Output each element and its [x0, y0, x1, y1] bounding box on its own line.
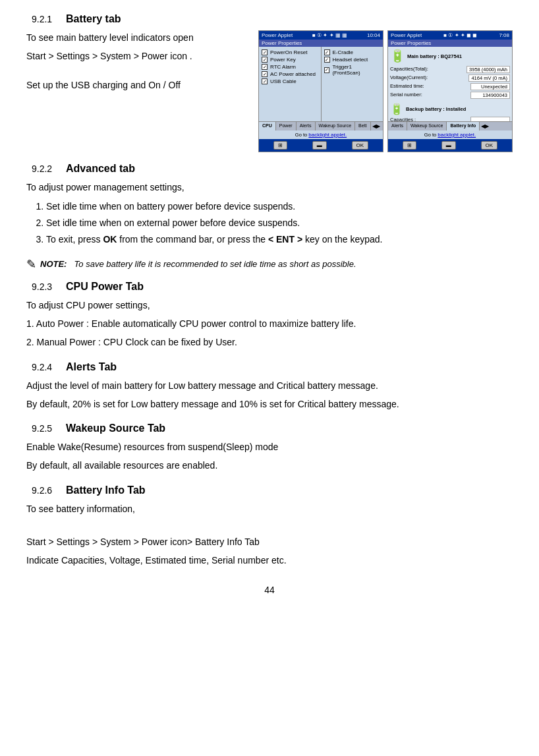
field-capacities-val: 3958 (4000) mAh — [467, 66, 510, 73]
backlight-link-right: backlight applet. — [438, 132, 476, 138]
tab-battinfo-r: Battery Info — [447, 122, 480, 131]
list-item-2: Set idle time when on external power bef… — [46, 215, 513, 231]
list-item-1: Set idle time when on battery power befo… — [46, 198, 513, 215]
screenshot-right-body: 🔋 Main battery : BQ27541 Capacities(Tota… — [388, 47, 512, 121]
section-number-9-2-3: 9.2.3 — [26, 281, 66, 292]
screenshot-right-footer: ⊞ ▬ OK — [388, 139, 512, 152]
battery-icon-backup: 🔋 — [390, 103, 403, 115]
ent-key-label: < ENT > — [268, 234, 302, 245]
checkbox-trigger — [324, 67, 330, 73]
checkbox-headset-label: Headset detect — [333, 57, 368, 63]
backlight-link-left: backlight applet. — [308, 132, 347, 138]
screenshot-right-title: Power Applet — [391, 32, 422, 38]
section-9-2-2: 9.2.2 Advanced tab To adjust power manag… — [26, 163, 513, 270]
screenshot-left-row-3: AC Power attached — [262, 71, 318, 77]
section-number-9-2-6: 9.2.6 — [26, 485, 66, 496]
note-text: To save battery life it is recommended t… — [69, 259, 356, 269]
screenshot-left: Power Applet ■ ① ✦ ✦ ▦ ▦ 10:04 Power Pro… — [258, 30, 383, 152]
screenshot-right-titlebar: Power Applet ■ ① ✦ ✦ ◼ ◼ 7:08 — [388, 31, 512, 40]
tab-cpu: CPU — [259, 122, 276, 131]
section-9-2-6-p2: Indicate Capacities, Voltage, Estimated … — [26, 553, 513, 569]
checkbox-trigger-label: Trigger1 (FrontScan) — [332, 64, 380, 76]
backup-battery-row: 🔋 Backup battery : Installed — [390, 103, 510, 115]
section-number-9-2-4: 9.2.4 — [26, 362, 66, 372]
checkbox-poweron — [262, 49, 268, 55]
screenshot-left-tabs: CPU Power Alerts Wakeup Source Bett ◀▶ — [259, 121, 383, 131]
checkbox-poweron-label: PowerOn Reset — [270, 49, 307, 55]
screenshot-left-r-row-1: Headset detect — [324, 57, 381, 63]
checkbox-ac-label: AC Power attached — [270, 71, 316, 77]
screenshot-right-backlight: Go to backlight applet. — [388, 131, 512, 139]
section-9-2-1: 9.2.1 Battery tab To see main battery le… — [26, 13, 513, 152]
field-serial-label: Serial number: — [390, 92, 422, 99]
screenshot-left-r-row-2: Trigger1 (FrontScan) — [324, 64, 381, 76]
section-number-9-2-5: 9.2.5 — [26, 423, 66, 434]
tab-batt: Bett — [355, 122, 370, 131]
section-9-2-1-text: To see main battery level indicators ope… — [26, 30, 252, 152]
screenshots-area: Power Applet ■ ① ✦ ✦ ▦ ▦ 10:04 Power Pro… — [258, 30, 513, 152]
field-voltage: Voltage(Current): 4164 mV (0 mA) — [390, 74, 510, 82]
checkbox-ac — [262, 71, 268, 77]
main-battery-row: 🔋 Main battery : BQ27541 — [390, 49, 510, 63]
checkbox-usb — [262, 78, 268, 84]
screenshot-left-time: 10:04 — [367, 32, 380, 38]
footer-btn-ok-left: ▬ — [312, 141, 327, 150]
checkbox-rtc-label: RTC Alarm — [270, 64, 296, 70]
checkbox-headset — [324, 57, 330, 63]
section-title-9-2-3: CPU Power Tab — [66, 281, 144, 293]
checkbox-rtc — [262, 64, 268, 70]
checkbox-powerkey-label: Power Key — [270, 57, 296, 63]
screenshot-right-subtitle: Power Properties — [388, 40, 512, 47]
section-9-2-4-p0: Adjust the level of main battery for Low… — [26, 378, 513, 394]
footer-btn-ok2-right: OK — [481, 141, 498, 150]
checkbox-ecradle — [324, 49, 330, 55]
section-9-2-5-p1: By default, all available resources are … — [26, 458, 513, 474]
screenshot-left-right-panel: E-Cradle Headset detect Trigger1 (FrontS… — [321, 47, 383, 121]
page-number: 44 — [26, 585, 513, 595]
section-9-2-5: 9.2.5 Wakeup Source Tab Enable Wake(Resu… — [26, 422, 513, 474]
field-voltage-label: Voltage(Current): — [390, 74, 428, 82]
section-9-2-3: 9.2.3 CPU Power Tab To adjust CPU power … — [26, 281, 513, 350]
body-text-3: Set up the USB charging and On / Off — [26, 78, 252, 94]
section-number-9-2-1: 9.2.1 — [26, 14, 66, 24]
checkbox-powerkey — [262, 57, 268, 63]
ok-label: OK — [103, 234, 117, 245]
screenshot-left-subtitle: Power Properties — [259, 40, 383, 47]
screenshot-left-row-1: Power Key — [262, 57, 318, 63]
screenshot-left-titlebar: Power Applet ■ ① ✦ ✦ ▦ ▦ 10:04 — [259, 31, 383, 40]
note-icon: ✎ — [26, 258, 36, 270]
field-estimated: Estimated time: Unexpected — [390, 83, 510, 90]
field-serial: Serial number: 134900043 — [390, 92, 510, 99]
tab-wakeup: Wakeup Source — [316, 122, 356, 131]
screenshot-left-row-4: USB Cable — [262, 78, 318, 84]
checkbox-ecradle-label: E-Cradle — [333, 49, 354, 55]
field-capacities-label: Capacities(Total): — [390, 66, 428, 73]
list-item-3: To exit, press OK from the command bar, … — [46, 231, 513, 248]
field-backup-cap-label: Capacities : — [390, 117, 416, 121]
field-voltage-val: 4164 mV (0 mA) — [468, 74, 510, 82]
screenshot-right-time: 7:08 — [499, 32, 509, 38]
footer-btn-ok-right: ▬ — [441, 141, 456, 150]
backup-battery-label: Backup battery : Installed — [406, 106, 466, 112]
field-serial-val: 134900043 — [470, 92, 510, 99]
screenshot-left-r-row-0: E-Cradle — [324, 49, 381, 55]
section-title-9-2-4: Alerts Tab — [66, 361, 117, 373]
section-title-9-2-6: Battery Info Tab — [66, 484, 146, 496]
field-backup-cap: Capacities : — [390, 117, 510, 121]
screenshot-left-body: PowerOn Reset Power Key RTC Alarm A — [259, 47, 321, 121]
section-9-2-2-intro: To adjust power management settings, — [26, 180, 513, 196]
section-9-2-3-p0: To adjust CPU power settings, — [26, 298, 513, 314]
screenshot-left-backlight: Go to backlight applet. — [259, 131, 383, 139]
section-title-9-2-5: Wakeup Source Tab — [66, 422, 165, 434]
section-9-2-6-p1: Start > Settings > System > Power icon> … — [26, 535, 513, 550]
tab-alerts: Alerts — [297, 122, 316, 131]
note-label: NOTE: — [40, 259, 67, 269]
screenshot-left-title: Power Applet — [262, 32, 293, 38]
tab-alerts-r: Alerts — [388, 122, 407, 131]
footer-btn-windows-left: ⊞ — [273, 141, 287, 150]
tab-wakeup-r: Wakeup Source — [407, 122, 447, 131]
body-text-1: To see main battery level indicators ope… — [26, 30, 252, 46]
section-number-9-2-2: 9.2.2 — [26, 163, 66, 174]
section-9-2-4: 9.2.4 Alerts Tab Adjust the level of mai… — [26, 361, 513, 413]
checkbox-usb-label: USB Cable — [270, 78, 297, 84]
